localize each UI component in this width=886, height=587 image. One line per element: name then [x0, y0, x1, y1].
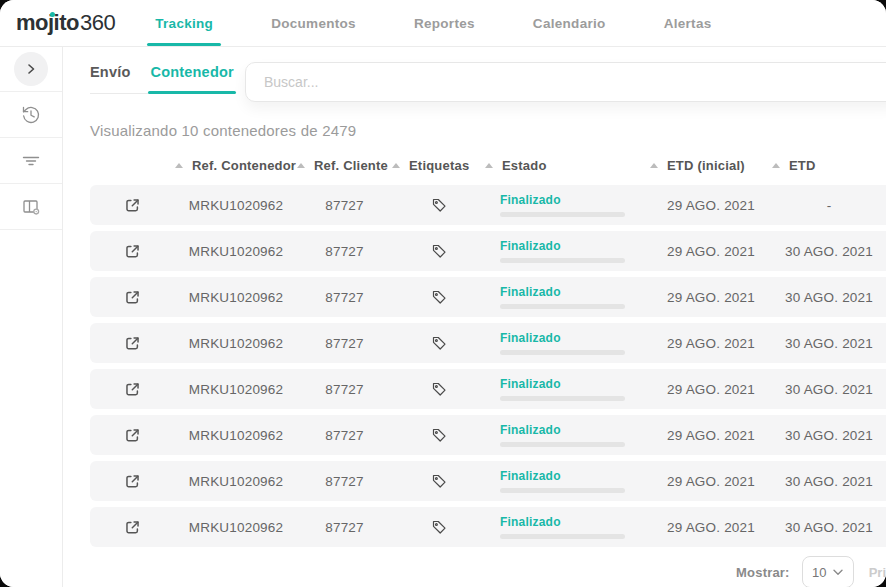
table-header: Ref. Contenedor Ref. Cliente Etiquetas E…: [90, 155, 886, 175]
estado-label: Finalizado: [500, 423, 561, 437]
tags-cell[interactable]: [392, 473, 485, 489]
tab-envio[interactable]: Envío: [90, 64, 130, 80]
etd-inicial-value: 29 AGO. 2021: [650, 428, 772, 443]
ref-contenedor-value: MRKU1020962: [175, 244, 297, 259]
estado-cell: Finalizado: [485, 193, 650, 217]
table-row: MRKU1020962 87727 Finalizado 29 AGO. 202…: [90, 277, 886, 317]
open-external-icon[interactable]: [122, 425, 143, 446]
header-ref-cliente[interactable]: Ref. Cliente: [297, 158, 392, 173]
estado-label: Finalizado: [500, 377, 561, 391]
table-row: MRKU1020962 87727 Finalizado 29 AGO. 202…: [90, 185, 886, 225]
ref-cliente-value: 87727: [297, 290, 392, 305]
header-ref-contenedor[interactable]: Ref. Contenedor: [175, 158, 297, 173]
nav-tab-alertas[interactable]: Alertas: [664, 0, 712, 46]
open-external-icon[interactable]: [122, 241, 143, 262]
ref-cliente-value: 87727: [297, 428, 392, 443]
table-area: Visualizando 10 contenedores de 2479 Ref…: [90, 108, 886, 587]
pagination-first-link[interactable]: Pri: [869, 565, 886, 580]
table-row: MRKU1020962 87727 Finalizado 29 AGO. 202…: [90, 231, 886, 271]
header-label: Estado: [502, 158, 547, 173]
app-window: mojito360 Tracking Documentos Reportes C…: [0, 0, 886, 587]
open-external-icon[interactable]: [122, 333, 143, 354]
estado-cell: Finalizado: [485, 469, 650, 493]
estado-label: Finalizado: [500, 331, 561, 345]
tags-cell[interactable]: [392, 519, 485, 535]
ref-contenedor-value: MRKU1020962: [175, 428, 297, 443]
ref-cliente-value: 87727: [297, 474, 392, 489]
brand-logo[interactable]: mojito360: [16, 10, 115, 36]
ref-cliente-value: 87727: [297, 244, 392, 259]
tab-contenedor[interactable]: Contenedor: [150, 64, 233, 80]
sidebar-history-button[interactable]: [0, 92, 62, 138]
sidebar-expand-button[interactable]: [0, 46, 62, 92]
ref-cliente-value: 87727: [297, 382, 392, 397]
table-body: MRKU1020962 87727 Finalizado 29 AGO. 202…: [90, 185, 886, 547]
header-etiquetas[interactable]: Etiquetas: [392, 158, 485, 173]
header-etd-inicial[interactable]: ETD (inicial): [650, 158, 772, 173]
tags-cell[interactable]: [392, 335, 485, 351]
table-row: MRKU1020962 87727 Finalizado 29 AGO. 202…: [90, 507, 886, 547]
ref-contenedor-value: MRKU1020962: [175, 520, 297, 535]
nav-tab-calendario[interactable]: Calendario: [533, 0, 606, 46]
table-row: MRKU1020962 87727 Finalizado 29 AGO. 202…: [90, 461, 886, 501]
sort-icon: [175, 163, 183, 168]
estado-label: Finalizado: [500, 285, 561, 299]
ref-contenedor-value: MRKU1020962: [175, 290, 297, 305]
estado-label: Finalizado: [500, 469, 561, 483]
estado-cell: Finalizado: [485, 285, 650, 309]
header-etd[interactable]: ETD: [772, 158, 886, 173]
tags-cell[interactable]: [392, 197, 485, 213]
tags-cell[interactable]: [392, 243, 485, 259]
nav-tab-tracking[interactable]: Tracking: [155, 0, 213, 46]
progress-bar: [500, 212, 625, 217]
tags-cell[interactable]: [392, 381, 485, 397]
open-external-icon[interactable]: [122, 195, 143, 216]
nav-tab-documentos[interactable]: Documentos: [271, 0, 356, 46]
tag-icon: [431, 519, 447, 535]
ref-cliente-value: 87727: [297, 336, 392, 351]
chevron-right-icon: [14, 52, 48, 86]
tags-cell[interactable]: [392, 289, 485, 305]
page-size-select[interactable]: 10: [802, 556, 854, 587]
ref-contenedor-value: MRKU1020962: [175, 474, 297, 489]
open-external-icon[interactable]: [122, 379, 143, 400]
header-estado[interactable]: Estado: [485, 158, 650, 173]
history-icon: [21, 105, 41, 125]
estado-label: Finalizado: [500, 515, 561, 529]
header-label: ETD: [789, 158, 816, 173]
open-external-icon[interactable]: [122, 471, 143, 492]
ref-contenedor-value: MRKU1020962: [175, 382, 297, 397]
sort-icon: [297, 163, 305, 168]
progress-bar: [500, 258, 625, 263]
etd-value: 30 AGO. 2021: [772, 428, 886, 443]
tag-icon: [431, 243, 447, 259]
etd-value: 30 AGO. 2021: [772, 474, 886, 489]
sort-icon: [392, 163, 400, 168]
tags-cell[interactable]: [392, 427, 485, 443]
tag-icon: [431, 473, 447, 489]
open-external-icon[interactable]: [122, 517, 143, 538]
sidebar-filter-button[interactable]: [0, 138, 62, 184]
estado-label: Finalizado: [500, 239, 561, 253]
table-row: MRKU1020962 87727 Finalizado 29 AGO. 202…: [90, 369, 886, 409]
etd-inicial-value: 29 AGO. 2021: [650, 336, 772, 351]
table-row: MRKU1020962 87727 Finalizado 29 AGO. 202…: [90, 323, 886, 363]
results-summary: Visualizando 10 contenedores de 2479: [90, 122, 886, 139]
header-label: Ref. Cliente: [314, 158, 388, 173]
open-external-icon[interactable]: [122, 287, 143, 308]
search-input[interactable]: [245, 62, 886, 102]
nav-tab-reportes[interactable]: Reportes: [414, 0, 475, 46]
etd-inicial-value: 29 AGO. 2021: [650, 382, 772, 397]
search-bar: [245, 62, 886, 102]
estado-cell: Finalizado: [485, 423, 650, 447]
sidebar-columns-button[interactable]: [0, 184, 62, 230]
sort-icon: [650, 163, 658, 168]
top-navbar: mojito360 Tracking Documentos Reportes C…: [0, 0, 886, 47]
tag-icon: [431, 197, 447, 213]
ref-cliente-value: 87727: [297, 198, 392, 213]
etd-inicial-value: 29 AGO. 2021: [650, 520, 772, 535]
estado-cell: Finalizado: [485, 331, 650, 355]
column-settings-icon: [21, 197, 41, 217]
page-size-label: Mostrar:: [736, 565, 790, 580]
estado-label: Finalizado: [500, 193, 561, 207]
